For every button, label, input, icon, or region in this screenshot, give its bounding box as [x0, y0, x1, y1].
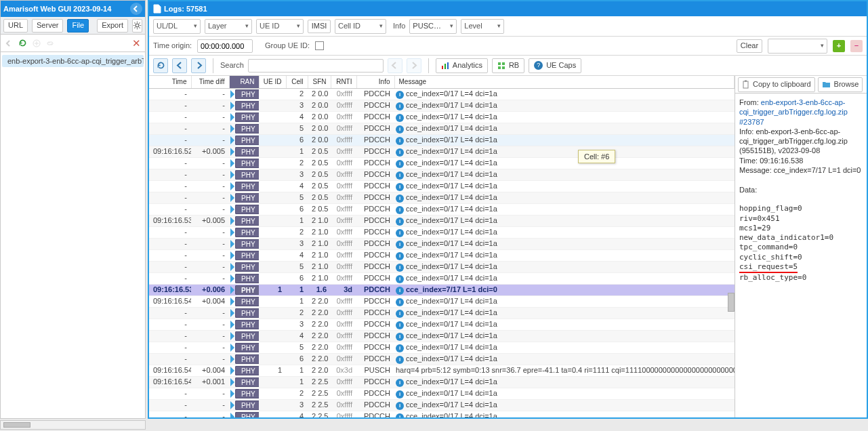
arrow-right-icon [410, 62, 417, 69]
groupue-checkbox[interactable] [315, 41, 324, 50]
copy-clipboard-button[interactable]: Copy to clipboard [738, 77, 815, 92]
search-input[interactable] [248, 59, 384, 73]
export-button[interactable]: Export [97, 19, 128, 33]
table-row[interactable]: --PHY52 0.50xffffPDCCHicce_index=0/17 L=… [149, 192, 735, 203]
layer-combo[interactable]: Layer ▾ [205, 19, 252, 34]
table-row[interactable]: --PHY32 0.50xffffPDCCHicce_index=0/17 L=… [149, 169, 735, 180]
table-row[interactable]: --PHY22 2.50xffffPDCCHicce_index=0/17 L=… [149, 388, 735, 399]
table-row[interactable]: --PHY42 0.50xffffPDCCHicce_index=0/17 L=… [149, 180, 735, 192]
svg-rect-2 [442, 66, 443, 69]
clear-button[interactable]: Clear [737, 39, 762, 53]
phy-badge: PHY [235, 308, 259, 318]
table-row[interactable]: 09:16:16.542+0.004PHY12 2.00xffffPDCCHic… [149, 295, 735, 307]
col-message[interactable]: Message [394, 76, 735, 88]
table-row[interactable]: 09:16:16.546+0.004PHY112 2.00x3dPUSCHhar… [149, 365, 735, 376]
table-row[interactable]: --PHY22 1.00xffffPDCCHicce_index=0/17 L=… [149, 226, 735, 238]
uecaps-button[interactable]: ? UE Caps [529, 58, 581, 73]
table-row[interactable]: --PHY32 1.00xffffPDCCHicce_index=0/17 L=… [149, 238, 735, 249]
ran-chip: PHY [230, 181, 257, 192]
browse-button[interactable]: Browse [818, 77, 863, 92]
remove-filter-button[interactable]: − [850, 40, 863, 52]
server-button[interactable]: Server [32, 19, 63, 33]
cell-tooltip: Cell: #6 [578, 150, 615, 163]
table-row[interactable]: --PHY52 2.00xffffPDCCHicce_index=0/17 L=… [149, 342, 735, 353]
ran-chip: PHY [230, 123, 257, 134]
ran-chip: PHY [230, 285, 257, 295]
cellid-combo[interactable]: Cell ID ▾ [335, 19, 386, 34]
uldl-combo[interactable]: UL/DL ▾ [153, 19, 201, 34]
info-combo[interactable]: PUSCH, PDCCH ▾ [409, 19, 457, 34]
col-ran[interactable]: RAN [229, 76, 259, 88]
scrollbar-thumb[interactable] [3, 422, 30, 428]
col-cell[interactable]: Cell [286, 76, 308, 88]
back-icon[interactable] [5, 39, 13, 47]
nav-prev-button[interactable] [172, 58, 187, 73]
url-button[interactable]: URL [3, 19, 28, 33]
arrow-right-icon [230, 205, 234, 213]
table-row[interactable]: --PHY52 1.00xffffPDCCHicce_index=0/17 L=… [149, 261, 735, 272]
sidebar-horizontal-scrollbar[interactable] [0, 420, 146, 430]
new-icon[interactable] [33, 39, 41, 47]
close-icon[interactable]: ✕ [132, 37, 141, 50]
table-row[interactable]: --PHY32 2.50xffffPDCCHicce_index=0/17 L=… [149, 399, 735, 411]
filter-save-combo[interactable]: ▾ [768, 39, 827, 54]
level-combo[interactable]: Level ▾ [461, 19, 504, 34]
imsi-button[interactable]: IMSI [308, 20, 331, 33]
table-row[interactable]: --PHY42 0.00xffffPDCCHicce_index=0/17 L=… [149, 111, 735, 123]
arrow-right-icon [230, 182, 234, 190]
table-row[interactable]: 09:16:16.532+0.005PHY12 1.00xffffPDCCHic… [149, 215, 735, 226]
table-row[interactable]: --PHY62 0.00xffffPDCCHicce_index=0/17 L=… [149, 134, 735, 146]
table-row[interactable]: --PHY22 2.00xffffPDCCHicce_index=0/17 L=… [149, 307, 735, 319]
rb-button[interactable]: RB [492, 58, 524, 73]
table-row[interactable]: 09:16:16.538+0.006PHY111.63dPDCCHicce_in… [149, 284, 735, 295]
arrow-right-icon [230, 102, 234, 110]
table-row[interactable]: --PHY52 0.00xffffPDCCHicce_index=0/17 L=… [149, 123, 735, 134]
ueid-combo[interactable]: UE ID ▾ [256, 19, 304, 34]
phy-badge: PHY [235, 205, 259, 214]
search-prev-button[interactable] [388, 58, 402, 73]
settings-button[interactable] [132, 19, 142, 33]
detail-data-block: hopping_flag=0 riv=0x451 mcs1=29 new_dat… [739, 204, 863, 262]
svg-rect-8 [502, 66, 505, 69]
phy-badge: PHY [235, 320, 259, 329]
table-row[interactable]: --PHY32 0.00xffffPDCCHicce_index=0/17 L=… [149, 100, 735, 111]
sidebar-collapse-button[interactable] [130, 3, 142, 15]
table-row[interactable]: --PHY62 0.50xffffPDCCHicce_index=0/17 L=… [149, 203, 735, 215]
table-row[interactable]: --PHY32 2.00xffffPDCCHicce_index=0/17 L=… [149, 319, 735, 330]
refresh-icon[interactable] [18, 39, 27, 47]
table-row[interactable]: 09:16:16.527+0.005PHY12 0.50xffffPDCCHic… [149, 146, 735, 157]
vertical-scrollbar-thumb[interactable] [728, 293, 735, 312]
phy-badge: PHY [235, 89, 259, 99]
col-info[interactable]: Info [356, 76, 394, 88]
nav-first-button[interactable] [153, 58, 168, 73]
ran-chip: PHY [230, 192, 257, 203]
table-row[interactable]: --PHY62 1.00xffffPDCCHicce_index=0/17 L=… [149, 272, 735, 284]
col-ueid[interactable]: UE ID [259, 76, 286, 88]
svg-rect-4 [447, 62, 449, 69]
analytics-button[interactable]: Analytics [436, 58, 488, 73]
info-icon: i [396, 310, 404, 318]
table-row[interactable]: --PHY42 2.50xffffPDCCHicce_index=0/17 L=… [149, 411, 735, 417]
table-row[interactable]: --PHY22 0.50xffffPDCCHicce_index=0/17 L=… [149, 157, 735, 169]
tree-file-item[interactable]: enb-export-3-enb-6cc-ap-cqi_trigger_arbT… [2, 55, 144, 67]
table-row[interactable]: --PHY22 0.00xffffPDCCHicce_index=0/17 L=… [149, 88, 735, 100]
table-row[interactable]: --PHY42 2.00xffffPDCCHicce_index=0/17 L=… [149, 330, 735, 342]
table-row[interactable]: --PHY62 2.00xffffPDCCHicce_index=0/17 L=… [149, 353, 735, 365]
table-row[interactable]: --PHY42 1.00xffffPDCCHicce_index=0/17 L=… [149, 249, 735, 261]
detail-message: Message: cce_index=7/17 L=1 dci=0 [739, 165, 863, 175]
col-time[interactable]: Time [149, 76, 191, 88]
nav-next-button[interactable] [191, 58, 206, 73]
link-icon[interactable] [46, 39, 54, 47]
table-row[interactable]: 09:16:16.547+0.001PHY12 2.50xffffPDCCHic… [149, 376, 735, 388]
timeorigin-input[interactable] [197, 39, 253, 53]
gear-icon [133, 21, 142, 30]
col-timediff[interactable]: Time diff [191, 76, 229, 88]
arrow-right-icon [230, 90, 234, 98]
add-filter-button[interactable]: + [833, 40, 845, 52]
search-next-button[interactable] [407, 58, 421, 73]
col-sfn[interactable]: SFN [308, 76, 331, 88]
col-rnti[interactable]: RNTI [331, 76, 356, 88]
file-button[interactable]: File [67, 19, 89, 33]
arrow-right-icon [230, 240, 234, 248]
phy-badge: PHY [235, 331, 259, 341]
